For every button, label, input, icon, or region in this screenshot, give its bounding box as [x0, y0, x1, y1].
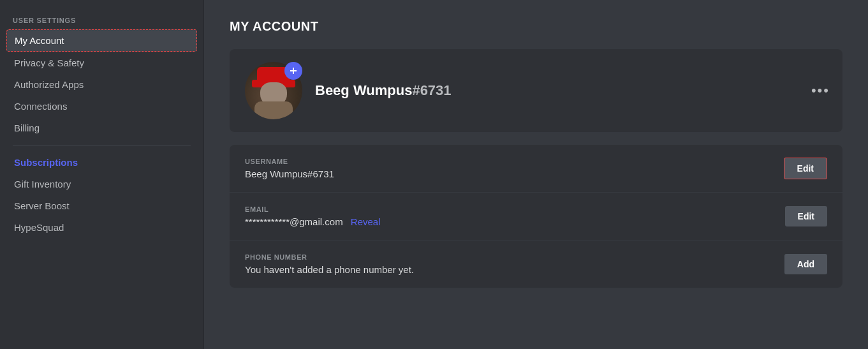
- email-value: ************@gmail.com Reveal: [245, 216, 785, 227]
- sidebar-item-label: My Account: [15, 35, 64, 46]
- profile-discriminator: #6731: [412, 82, 451, 98]
- username-value: Beeg Wumpus#6731: [245, 168, 784, 179]
- sidebar-item-billing[interactable]: Billing: [6, 117, 197, 138]
- svg-rect-1: [290, 70, 297, 71]
- profile-info: Beeg Wumpus#6731: [315, 82, 452, 99]
- avatar-body: [254, 101, 293, 119]
- sidebar-item-label: Subscriptions: [14, 157, 78, 168]
- sidebar-item-server-boost[interactable]: Server Boost: [6, 195, 197, 216]
- username-label: USERNAME: [245, 158, 784, 165]
- username-row: USERNAME Beeg Wumpus#6731 Edit: [230, 145, 842, 193]
- sidebar-item-my-account[interactable]: My Account: [6, 29, 197, 52]
- sidebar-item-label: Billing: [14, 123, 40, 133]
- email-row: EMAIL ************@gmail.com Reveal Edit: [230, 193, 842, 241]
- sidebar-item-label: Authorized Apps: [14, 79, 84, 90]
- phone-value: You haven't added a phone number yet.: [245, 264, 784, 275]
- main-content: MY ACCOUNT Beeg Wumpus#6731 •••: [204, 0, 868, 349]
- profile-username: Beeg Wumpus: [315, 82, 412, 98]
- email-label: EMAIL: [245, 205, 785, 213]
- email-reveal-link[interactable]: Reveal: [351, 216, 381, 227]
- email-edit-button[interactable]: Edit: [785, 206, 827, 226]
- sidebar-item-subscriptions[interactable]: Subscriptions: [6, 152, 197, 173]
- username-info-left: USERNAME Beeg Wumpus#6731: [245, 158, 784, 179]
- sidebar-item-label: Connections: [14, 101, 67, 112]
- phone-label: PHONE NUMBER: [245, 253, 784, 261]
- sidebar-item-label: HypeSquad: [14, 222, 64, 233]
- sidebar-item-hypesquad[interactable]: HypeSquad: [6, 217, 197, 238]
- email-info-left: EMAIL ************@gmail.com Reveal: [245, 205, 785, 227]
- sidebar-item-authorized-apps[interactable]: Authorized Apps: [6, 74, 197, 95]
- sidebar-item-gift-inventory[interactable]: Gift Inventory: [6, 174, 197, 195]
- account-info-section: USERNAME Beeg Wumpus#6731 Edit EMAIL ***…: [230, 145, 842, 288]
- sidebar-divider: [13, 145, 191, 145]
- sidebar: USER SETTINGS My Account Privacy & Safet…: [0, 0, 204, 349]
- sidebar-item-label: Privacy & Safety: [14, 57, 84, 68]
- profile-display-name: Beeg Wumpus#6731: [315, 82, 452, 99]
- profile-more-options-button[interactable]: •••: [811, 82, 830, 99]
- avatar-edit-button[interactable]: [284, 62, 302, 80]
- phone-row: PHONE NUMBER You haven't added a phone n…: [230, 241, 842, 288]
- avatar-wrapper: [245, 62, 302, 119]
- username-edit-button[interactable]: Edit: [784, 158, 827, 179]
- sidebar-section-label: USER SETTINGS: [6, 13, 197, 28]
- phone-info-left: PHONE NUMBER You haven't added a phone n…: [245, 253, 784, 275]
- email-masked: ************@gmail.com: [245, 216, 343, 227]
- sidebar-item-connections[interactable]: Connections: [6, 96, 197, 117]
- profile-card: Beeg Wumpus#6731 •••: [230, 49, 842, 132]
- sidebar-item-label: Server Boost: [14, 200, 70, 211]
- sidebar-item-label: Gift Inventory: [14, 179, 71, 189]
- sidebar-item-privacy-safety[interactable]: Privacy & Safety: [6, 52, 197, 73]
- page-title: MY ACCOUNT: [230, 19, 842, 34]
- phone-add-button[interactable]: Add: [784, 254, 827, 274]
